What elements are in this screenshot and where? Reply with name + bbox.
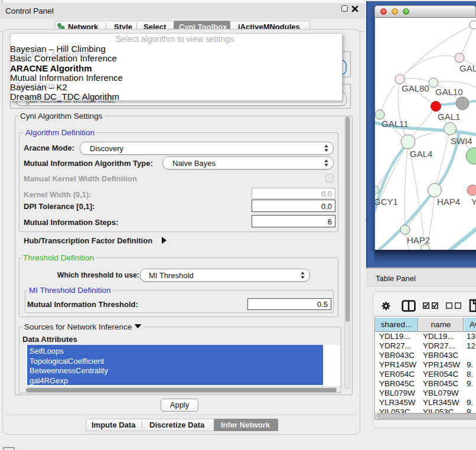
svg-text:HAP2: HAP2 <box>407 235 430 245</box>
svg-text:GAL1: GAL1 <box>438 112 460 122</box>
svg-text:GCY1: GCY1 <box>375 197 398 207</box>
svg-text:GAL2: GAL2 <box>459 63 476 73</box>
svg-text:GAL4: GAL4 <box>410 149 432 159</box>
svg-text:GAL80: GAL80 <box>402 83 429 93</box>
svg-text:Y: Y <box>471 197 476 207</box>
svg-text:GAL10: GAL10 <box>435 87 463 97</box>
svg-text:SWI4: SWI4 <box>451 136 472 146</box>
svg-text:GAL11: GAL11 <box>382 119 409 129</box>
svg-text:HAP4: HAP4 <box>437 197 460 207</box>
